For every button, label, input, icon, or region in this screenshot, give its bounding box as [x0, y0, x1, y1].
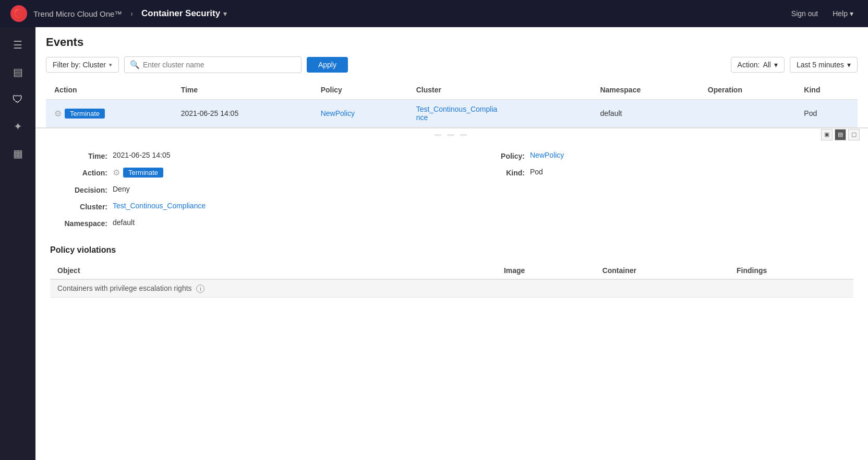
- viol-col-container: Container: [595, 262, 729, 279]
- detail-namespace-row: Namespace: default: [50, 218, 436, 228]
- violations-row: Containers with privilege escalation rig…: [50, 279, 853, 298]
- detail-kind-row: Kind: Pod: [467, 168, 853, 177]
- filter-chevron-icon: ▾: [109, 62, 112, 68]
- apply-button[interactable]: Apply: [307, 57, 348, 73]
- nav-chevron: ›: [130, 9, 133, 18]
- divider-controls: ▣ ▤ ▢: [821, 129, 860, 140]
- detail-namespace-label: Namespace:: [50, 218, 107, 228]
- kubernetes-icon: ✦: [14, 120, 22, 133]
- app-name: Container Security ▾: [141, 8, 227, 19]
- detail-time-row: Time: 2021-06-25 14:05: [50, 151, 436, 160]
- main-content: Events Filter by: Cluster ▾ 🔍 Apply Acti…: [35, 27, 868, 460]
- info-icon[interactable]: i: [196, 285, 204, 293]
- gear-icon: ⚙: [54, 109, 62, 119]
- search-input[interactable]: [143, 61, 296, 69]
- detail-gear-icon: ⚙: [113, 168, 120, 178]
- detail-action-value: ⚙ Terminate: [113, 168, 163, 178]
- sidebar-item-security[interactable]: 🛡: [6, 88, 29, 111]
- policy-violations-title: Policy violations: [50, 245, 853, 255]
- table-row[interactable]: ⚙ Terminate 2021-06-25 14:05 NewPolicy T…: [46, 100, 858, 127]
- row-namespace: default: [592, 100, 699, 127]
- row-time: 2021-06-25 14:05: [173, 100, 312, 127]
- detail-time-label: Time:: [50, 151, 107, 160]
- action-cell: ⚙ Terminate: [54, 109, 164, 119]
- app-chevron-icon[interactable]: ▾: [223, 10, 227, 18]
- col-policy: Policy: [312, 80, 408, 100]
- viol-image: [497, 279, 595, 298]
- detail-terminate-badge: Terminate: [123, 168, 163, 178]
- detail-left-col: Time: 2021-06-25 14:05 Action: ⚙ Termina…: [50, 151, 436, 235]
- brand-name: Trend Micro Cloud One™: [33, 9, 122, 18]
- topnav: ⭕ Trend Micro Cloud One™ › Container Sec…: [0, 0, 868, 27]
- search-icon: 🔍: [130, 60, 140, 69]
- detail-decision-label: Decision:: [50, 185, 107, 194]
- panel-split-button[interactable]: ▤: [835, 129, 846, 140]
- col-operation: Operation: [700, 80, 795, 100]
- viol-col-image: Image: [497, 262, 595, 279]
- page-title: Events: [46, 36, 858, 49]
- row-policy-link[interactable]: NewPolicy: [321, 109, 355, 117]
- sidebar-item-kubernetes[interactable]: ✦: [6, 115, 29, 138]
- detail-cluster-link[interactable]: Test_Continous_Compliance: [113, 202, 206, 210]
- signout-button[interactable]: Sign out: [787, 7, 822, 20]
- detail-grid: Time: 2021-06-25 14:05 Action: ⚙ Termina…: [50, 151, 853, 235]
- violations-table: Object Image Container Findings Containe…: [50, 262, 853, 298]
- detail-panel: Time: 2021-06-25 14:05 Action: ⚙ Termina…: [35, 140, 868, 460]
- detail-policy-link[interactable]: NewPolicy: [530, 151, 564, 159]
- col-time: Time: [173, 80, 312, 100]
- viol-col-object: Object: [50, 262, 497, 279]
- divider-dots: — — —: [435, 131, 469, 138]
- shield-icon: 🛡: [13, 93, 23, 105]
- brand-logo: ⭕: [10, 5, 27, 22]
- dashboard-icon: ▤: [13, 66, 23, 78]
- viol-findings: [729, 279, 853, 298]
- detail-kind-value: Pod: [530, 168, 543, 176]
- top-section: Events Filter by: Cluster ▾ 🔍 Apply Acti…: [35, 27, 868, 128]
- action-filter-button[interactable]: Action: All ▾: [731, 57, 785, 73]
- col-cluster: Cluster: [408, 80, 592, 100]
- panel-collapse-button[interactable]: ▣: [821, 129, 833, 140]
- toolbar: Filter by: Cluster ▾ 🔍 Apply Action: All…: [46, 56, 858, 73]
- events-table-container: Action Time Policy Cluster Namespace Ope…: [46, 80, 858, 127]
- row-operation: [700, 100, 795, 127]
- viol-object: Containers with privilege escalation rig…: [50, 279, 497, 298]
- detail-policy-label: Policy:: [467, 151, 525, 160]
- sidebar: ☰ ▤ 🛡 ✦ ▦: [0, 27, 35, 460]
- detail-namespace-value: default: [113, 218, 135, 227]
- col-kind: Kind: [795, 80, 858, 100]
- help-button[interactable]: Help ▾: [828, 7, 858, 20]
- viol-container: [595, 279, 729, 298]
- terminate-badge: Terminate: [65, 109, 105, 119]
- panel-divider[interactable]: — — — ▣ ▤ ▢: [35, 128, 868, 140]
- detail-cluster-label: Cluster:: [50, 202, 107, 211]
- events-table: Action Time Policy Cluster Namespace Ope…: [46, 80, 858, 127]
- sidebar-item-dashboard[interactable]: ▤: [6, 61, 29, 84]
- action-filter-chevron-icon: ▾: [774, 61, 778, 69]
- viol-col-findings: Findings: [729, 262, 853, 279]
- detail-policy-row: Policy: NewPolicy: [467, 151, 853, 160]
- search-box: 🔍: [124, 56, 302, 73]
- col-action: Action: [46, 80, 173, 100]
- detail-right-col: Policy: NewPolicy Kind: Pod: [467, 151, 853, 235]
- col-namespace: Namespace: [592, 80, 699, 100]
- menu-icon: ☰: [13, 39, 22, 51]
- filter-cluster-button[interactable]: Filter by: Cluster ▾: [46, 57, 119, 73]
- row-cluster-link[interactable]: Test_Continous_Compliance: [416, 105, 498, 122]
- time-filter-chevron-icon: ▾: [847, 61, 851, 69]
- help-chevron-icon: ▾: [850, 9, 853, 18]
- detail-time-value: 2021-06-25 14:05: [113, 151, 171, 159]
- panel-expand-button[interactable]: ▢: [848, 129, 860, 140]
- sidebar-item-containers[interactable]: ▦: [6, 142, 29, 165]
- containers-icon: ▦: [13, 147, 23, 160]
- row-kind: Pod: [795, 100, 858, 127]
- time-filter-button[interactable]: Last 5 minutes ▾: [790, 57, 858, 73]
- sidebar-item-menu[interactable]: ☰: [6, 33, 29, 56]
- detail-cluster-row: Cluster: Test_Continous_Compliance: [50, 202, 436, 211]
- detail-action-row: Action: ⚙ Terminate: [50, 168, 436, 178]
- detail-action-label: Action:: [50, 168, 107, 177]
- detail-kind-label: Kind:: [467, 168, 525, 177]
- detail-decision-value: Deny: [113, 185, 130, 193]
- detail-decision-row: Decision: Deny: [50, 185, 436, 194]
